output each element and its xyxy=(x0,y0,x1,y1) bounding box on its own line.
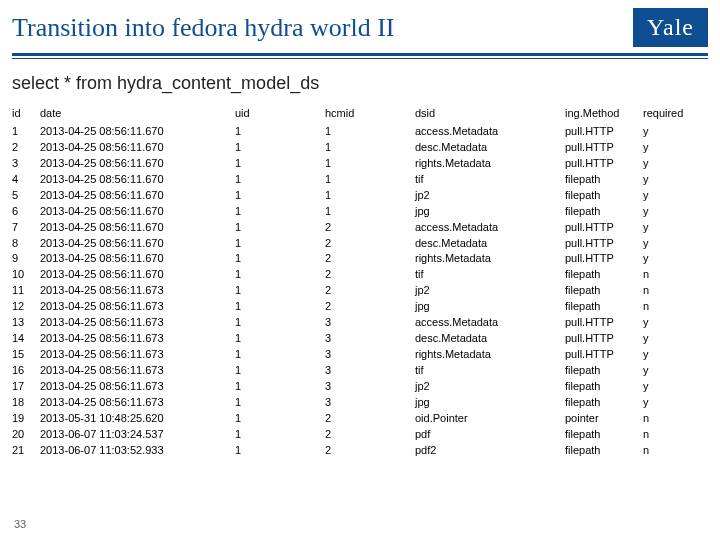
cell-date: 2013-06-07 11:03:52.933 xyxy=(40,443,235,459)
cell-hcmid: 3 xyxy=(325,363,415,379)
cell-uid: 1 xyxy=(235,204,325,220)
cell-date: 2013-04-25 08:56:11.670 xyxy=(40,251,235,267)
cell-required: n xyxy=(643,283,703,299)
cell-required: n xyxy=(643,443,703,459)
cell-id: 4 xyxy=(12,172,40,188)
cell-hcmid: 3 xyxy=(325,395,415,411)
cell-dsid: tif xyxy=(415,267,565,283)
cell-uid: 1 xyxy=(235,236,325,252)
cell-hcmid: 2 xyxy=(325,299,415,315)
table-row: 132013-04-25 08:56:11.67313access.Metada… xyxy=(12,315,708,331)
col-header-dsid: dsid xyxy=(415,106,565,122)
cell-id: 19 xyxy=(12,411,40,427)
table-row: 162013-04-25 08:56:11.67313tiffilepathy xyxy=(12,363,708,379)
cell-id: 18 xyxy=(12,395,40,411)
cell-uid: 1 xyxy=(235,331,325,347)
table-row: 192013-05-31 10:48:25.62012oid.Pointerpo… xyxy=(12,411,708,427)
col-header-id: id xyxy=(12,106,40,122)
table-row: 72013-04-25 08:56:11.67012access.Metadat… xyxy=(12,220,708,236)
cell-dsid: oid.Pointer xyxy=(415,411,565,427)
cell-hcmid: 2 xyxy=(325,283,415,299)
cell-dsid: pdf xyxy=(415,427,565,443)
cell-id: 12 xyxy=(12,299,40,315)
cell-hcmid: 2 xyxy=(325,411,415,427)
cell-uid: 1 xyxy=(235,220,325,236)
cell-method: pointer xyxy=(565,411,643,427)
table-row: 92013-04-25 08:56:11.67012rights.Metadat… xyxy=(12,251,708,267)
cell-date: 2013-04-25 08:56:11.673 xyxy=(40,379,235,395)
cell-dsid: rights.Metadata xyxy=(415,251,565,267)
cell-uid: 1 xyxy=(235,395,325,411)
cell-uid: 1 xyxy=(235,251,325,267)
cell-dsid: desc.Metadata xyxy=(415,331,565,347)
table-row: 172013-04-25 08:56:11.67313jp2filepathy xyxy=(12,379,708,395)
cell-method: filepath xyxy=(565,267,643,283)
cell-uid: 1 xyxy=(235,411,325,427)
cell-dsid: desc.Metadata xyxy=(415,236,565,252)
cell-hcmid: 1 xyxy=(325,204,415,220)
cell-hcmid: 1 xyxy=(325,172,415,188)
cell-dsid: access.Metadata xyxy=(415,315,565,331)
cell-dsid: access.Metadata xyxy=(415,220,565,236)
cell-id: 20 xyxy=(12,427,40,443)
cell-method: pull.HTTP xyxy=(565,251,643,267)
table-row: 202013-06-07 11:03:24.53712pdffilepathn xyxy=(12,427,708,443)
cell-method: filepath xyxy=(565,363,643,379)
cell-required: y xyxy=(643,236,703,252)
cell-required: y xyxy=(643,395,703,411)
cell-method: filepath xyxy=(565,379,643,395)
cell-required: y xyxy=(643,140,703,156)
cell-dsid: jp2 xyxy=(415,188,565,204)
cell-hcmid: 2 xyxy=(325,236,415,252)
cell-method: pull.HTTP xyxy=(565,124,643,140)
cell-date: 2013-04-25 08:56:11.670 xyxy=(40,204,235,220)
cell-required: y xyxy=(643,331,703,347)
cell-hcmid: 1 xyxy=(325,140,415,156)
cell-uid: 1 xyxy=(235,379,325,395)
cell-method: pull.HTTP xyxy=(565,331,643,347)
sql-query-text: select * from hydra_content_model_ds xyxy=(12,73,708,94)
cell-id: 3 xyxy=(12,156,40,172)
cell-uid: 1 xyxy=(235,427,325,443)
cell-date: 2013-04-25 08:56:11.670 xyxy=(40,236,235,252)
cell-uid: 1 xyxy=(235,172,325,188)
cell-dsid: rights.Metadata xyxy=(415,347,565,363)
cell-method: filepath xyxy=(565,204,643,220)
cell-uid: 1 xyxy=(235,124,325,140)
cell-id: 21 xyxy=(12,443,40,459)
cell-required: y xyxy=(643,124,703,140)
cell-uid: 1 xyxy=(235,267,325,283)
cell-date: 2013-04-25 08:56:11.670 xyxy=(40,267,235,283)
cell-hcmid: 2 xyxy=(325,443,415,459)
cell-dsid: rights.Metadata xyxy=(415,156,565,172)
cell-dsid: tif xyxy=(415,172,565,188)
cell-hcmid: 2 xyxy=(325,220,415,236)
cell-method: filepath xyxy=(565,443,643,459)
cell-dsid: jpg xyxy=(415,204,565,220)
cell-id: 13 xyxy=(12,315,40,331)
cell-required: y xyxy=(643,172,703,188)
cell-hcmid: 1 xyxy=(325,124,415,140)
table-row: 12013-04-25 08:56:11.67011access.Metadat… xyxy=(12,124,708,140)
table-row: 82013-04-25 08:56:11.67012desc.Metadatap… xyxy=(12,236,708,252)
cell-date: 2013-04-25 08:56:11.673 xyxy=(40,283,235,299)
table-row: 32013-04-25 08:56:11.67011rights.Metadat… xyxy=(12,156,708,172)
cell-uid: 1 xyxy=(235,443,325,459)
cell-hcmid: 3 xyxy=(325,347,415,363)
cell-required: n xyxy=(643,427,703,443)
cell-dsid: jp2 xyxy=(415,379,565,395)
cell-id: 9 xyxy=(12,251,40,267)
cell-date: 2013-04-25 08:56:11.670 xyxy=(40,172,235,188)
cell-id: 7 xyxy=(12,220,40,236)
table-row: 112013-04-25 08:56:11.67312jp2filepathn xyxy=(12,283,708,299)
cell-method: filepath xyxy=(565,283,643,299)
cell-id: 11 xyxy=(12,283,40,299)
cell-method: pull.HTTP xyxy=(565,315,643,331)
col-header-date: date xyxy=(40,106,235,122)
cell-required: y xyxy=(643,156,703,172)
cell-uid: 1 xyxy=(235,347,325,363)
col-header-hcmid: hcmid xyxy=(325,106,415,122)
cell-uid: 1 xyxy=(235,283,325,299)
cell-id: 8 xyxy=(12,236,40,252)
cell-required: y xyxy=(643,363,703,379)
